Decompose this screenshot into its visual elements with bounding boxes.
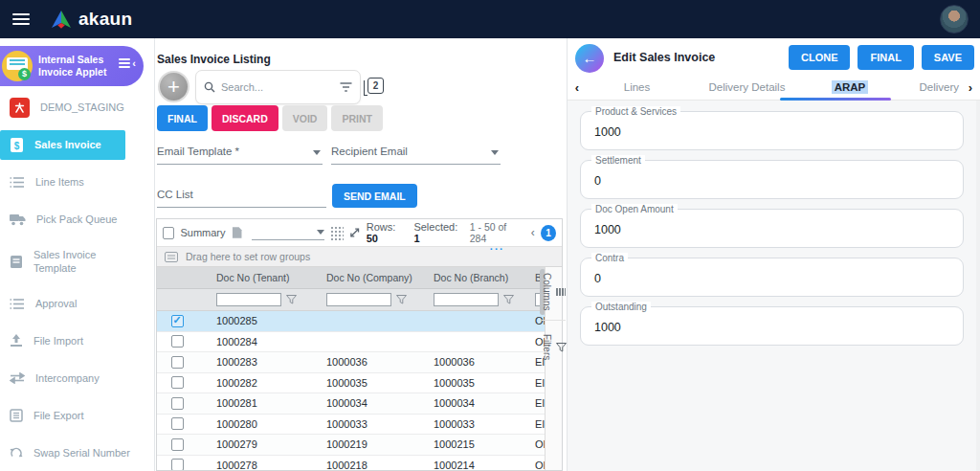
filter-input-company[interactable] [326, 293, 391, 306]
pagination-page-button[interactable]: 1 [541, 225, 556, 241]
filters-tab[interactable]: Filters [542, 334, 567, 370]
grid-view-select[interactable] [252, 225, 324, 240]
columns-tab[interactable]: Columns [542, 273, 566, 321]
search-icon [204, 81, 215, 93]
table-row[interactable]: 100027810002181000214OL [157, 456, 546, 471]
table-row[interactable]: 1000285OL [157, 311, 546, 332]
sales-invoice-listing-panel: Sales Invoice Listing + Search... 2 FINA… [155, 38, 567, 471]
cc-list-input[interactable]: CC List [157, 189, 326, 208]
filter-input-branch[interactable] [434, 293, 499, 306]
row-checkbox[interactable] [171, 459, 184, 470]
sidebar-item-demo-staging[interactable]: DEMO_STAGING [0, 96, 154, 119]
row-checkbox[interactable] [171, 376, 184, 389]
dropdown-caret-icon [491, 150, 499, 155]
field-label: Doc Open Amount [591, 204, 678, 214]
row-checkbox[interactable] [171, 417, 184, 430]
table-row[interactable]: 100027910002191000215OL [157, 435, 546, 456]
back-button[interactable]: ← [575, 44, 604, 73]
funnel-icon[interactable] [396, 295, 407, 304]
collapse-sidebar-icon[interactable]: ‹ [119, 57, 136, 69]
product-services-field[interactable]: Product & Services 1000 [580, 111, 964, 150]
tabs-scroll-left-icon[interactable]: ‹ [568, 80, 587, 95]
tab-lines[interactable]: Lines [587, 81, 687, 93]
field-value: 1000 [594, 125, 621, 139]
brand-logo: akaun [51, 9, 132, 30]
sidebar-item-intercompany[interactable]: Intercompany [0, 367, 154, 390]
akaun-triangle-icon [51, 10, 72, 29]
cc-list-label: CC List [157, 189, 193, 200]
applet-header[interactable]: $ Internal Sales Invoice Applet ‹ [0, 46, 144, 86]
duplicate-window-icon[interactable]: 2 [368, 78, 384, 94]
sidebar-item-file-import[interactable]: File Import [0, 329, 154, 352]
file-export-icon [10, 409, 23, 422]
filter-list-icon[interactable] [340, 82, 352, 92]
report-doc-icon[interactable] [232, 226, 242, 239]
discard-button[interactable]: DISCARD [212, 105, 278, 131]
row-checkbox[interactable] [171, 335, 184, 348]
listing-title: Sales Invoice Listing [157, 53, 271, 66]
grid-side-tabs: Columns Filters [545, 267, 562, 470]
final-button[interactable]: FINAL [858, 45, 913, 70]
row-checkbox[interactable] [171, 397, 184, 410]
upload-icon [10, 334, 23, 348]
dropdown-caret-icon [313, 150, 321, 155]
demo-staging-icon [10, 98, 30, 118]
column-header-tenant[interactable]: Doc No (Tenant) [197, 272, 307, 283]
applet-label: Internal Sales Invoice Applet [38, 54, 113, 78]
tabs-scroll-right-icon[interactable]: › [961, 80, 980, 95]
sidebar-item-approval[interactable]: Approval [0, 292, 154, 315]
funnel-icon[interactable] [503, 295, 514, 304]
print-button[interactable]: PRINT [331, 105, 383, 131]
user-avatar[interactable] [940, 5, 969, 34]
tab-delivery[interactable]: Delivery [893, 81, 961, 93]
sidebar-item-sales-invoice-template[interactable]: Sales Invoice Template [0, 245, 154, 278]
sidebar-item-line-items[interactable]: Line Items [0, 170, 154, 193]
row-checkbox[interactable] [171, 438, 184, 451]
save-button[interactable]: SAVE [922, 45, 974, 70]
table-row[interactable]: 100028310000361000036EIN [157, 352, 546, 373]
column-header-branch[interactable]: Doc No (Branch) [414, 272, 518, 283]
hamburger-menu-icon[interactable] [12, 13, 30, 25]
recipient-email-select[interactable]: Recipient Email [331, 146, 501, 165]
clone-button[interactable]: CLONE [789, 45, 851, 70]
table-row[interactable]: 100028110000341000034EIN [157, 393, 546, 415]
sidebar-item-label: File Import [33, 334, 83, 348]
tab-delivery-details[interactable]: Delivery Details [687, 81, 807, 93]
table-row[interactable]: 100028010000331000033EIN [157, 415, 546, 436]
funnel-icon[interactable] [286, 295, 297, 304]
sidebar-item-sales-invoice[interactable]: $ Sales Invoice [0, 130, 125, 160]
field-label: Settlement [591, 155, 645, 166]
table-row[interactable]: 1000284OL [157, 332, 546, 353]
sidebar-item-swap-serial-number[interactable]: Swap Serial Number [0, 441, 154, 464]
tab-arap[interactable]: ARAP [807, 81, 893, 93]
send-email-button[interactable]: SEND EMAIL [332, 184, 417, 208]
invoice-grid: Summary Rows: 50 Selected: 1 1 - 50 of 2… [156, 218, 563, 471]
pagination-more[interactable]: ... [490, 240, 504, 252]
final-button[interactable]: FINAL [157, 105, 208, 131]
outstanding-field[interactable]: Outstanding 1000 [580, 306, 964, 346]
field-label: Product & Services [591, 106, 680, 117]
add-invoice-button[interactable]: + [158, 71, 189, 102]
email-template-select[interactable]: Email Template * [157, 146, 323, 165]
sidebar-item-label: Intercompany [35, 371, 100, 385]
summary-checkbox[interactable] [163, 227, 174, 239]
column-header-company[interactable]: Doc No (Company) [307, 272, 414, 283]
app-root: akaun $ Internal Sales Invoice Applet ‹ … [0, 0, 980, 471]
doc-open-amount-field[interactable]: Doc Open Amount 1000 [580, 209, 964, 248]
expand-icon[interactable] [349, 227, 360, 238]
table-row[interactable]: 100028210000351000035EIN [157, 373, 546, 394]
row-checkbox[interactable] [171, 315, 184, 327]
pagination-prev-icon[interactable]: ‹ [531, 226, 535, 239]
contra-field[interactable]: Contra 0 [580, 258, 964, 297]
search-input[interactable]: Search... [195, 70, 361, 104]
filter-input-tenant[interactable] [216, 293, 281, 306]
brand-name: akaun [78, 9, 132, 30]
void-button[interactable]: VOID [282, 105, 328, 131]
grid-layout-icon[interactable] [330, 226, 344, 240]
row-checkbox[interactable] [171, 356, 184, 369]
sidebar-item-file-export[interactable]: File Export [0, 404, 154, 427]
settlement-field[interactable]: Settlement 0 [580, 160, 964, 199]
field-label: Outstanding [591, 302, 651, 312]
sidebar-item-pick-pack-queue[interactable]: Pick Pack Queue [0, 208, 154, 231]
truck-icon [10, 213, 26, 226]
